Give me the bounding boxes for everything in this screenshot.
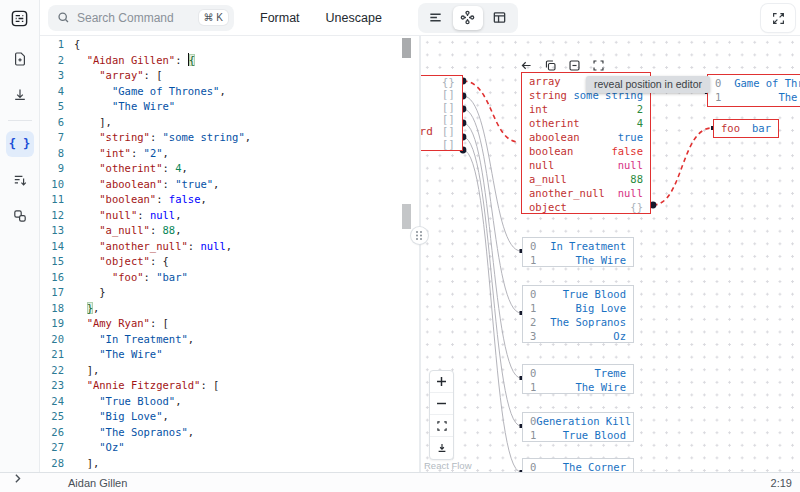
json-editor-tab[interactable]: { } (6, 131, 34, 157)
node-key: boolean (529, 144, 573, 158)
sidebar-collapse-button[interactable] (11, 470, 27, 486)
panel-divider[interactable] (419, 36, 421, 472)
code-line[interactable]: 10 "aboolean": "true", (40, 177, 419, 193)
line-number: 12 (40, 208, 74, 224)
code-editor[interactable]: 1{2 "Aidan Gillen": {3 "array": [4 "Game… (40, 36, 419, 472)
code-line[interactable]: 23 "Annie Fitzgerald": [ (40, 378, 419, 394)
code-line[interactable]: 26 "The Sopranos", (40, 425, 419, 441)
graph-node-root[interactable]: Aidan Gillen{}Amy Ryan[]Annie Fitzgerald… (421, 75, 463, 151)
node-row[interactable]: 0Generation Kill (523, 414, 633, 428)
node-row[interactable]: 0The Corner (523, 460, 633, 472)
graph-node-aidan[interactable]: array[]stringsome stringint2otherint4abo… (521, 72, 651, 214)
graph-node-arr[interactable]: 0Game of Thrones1The Wire (707, 74, 800, 107)
download-icon (12, 87, 28, 103)
node-value: In Treatment (550, 239, 626, 253)
node-row[interactable]: a_null88 (522, 172, 650, 186)
node-key: 3 (530, 329, 536, 343)
code-line[interactable]: 1{ (40, 37, 419, 53)
node-row[interactable]: Alice Farmer[] (421, 139, 462, 151)
unescape-button[interactable]: Unescape (326, 11, 382, 25)
graph-node-obj[interactable]: foobar (713, 119, 779, 138)
fit-view-icon (436, 420, 448, 432)
graph-node-amy[interactable]: 0In Treatment1The Wire (522, 237, 634, 267)
graph-node-anwan[interactable]: 0Treme1The Wire (522, 364, 634, 394)
search-input[interactable]: Search Command ⌘ K (48, 5, 234, 31)
focus-icon (592, 59, 605, 72)
code-line[interactable]: 20 "In Treatment", (40, 332, 419, 348)
node-row[interactable]: object{} (522, 200, 650, 214)
graph-node-alex[interactable]: 0Generation Kill1True Blood (522, 412, 634, 442)
code-line[interactable]: 4 "Game of Thrones", (40, 84, 419, 100)
code-line[interactable]: 28 ], (40, 456, 419, 472)
node-key: 0 (530, 366, 536, 380)
code-line[interactable]: 2 "Aidan Gillen": { (40, 53, 419, 69)
graph-view-button[interactable] (453, 6, 483, 30)
format-button[interactable]: Format (260, 11, 300, 25)
code-line[interactable]: 9 "otherint": 4, (40, 161, 419, 177)
code-line[interactable]: 5 "The Wire" (40, 99, 419, 115)
focus-node-button[interactable] (591, 58, 606, 73)
node-row[interactable]: 1True Blood (523, 428, 633, 442)
panel-resize-handle[interactable] (411, 227, 428, 244)
code-line[interactable]: 16 "foo": "bar" (40, 270, 419, 286)
node-row[interactable]: abooleantrue (522, 130, 650, 144)
code-line[interactable]: 19 "Amy Ryan": [ (40, 316, 419, 332)
graph-canvas[interactable]: Aidan Gillen{}Amy Ryan[]Annie Fitzgerald… (421, 36, 800, 472)
node-row[interactable]: foobar (714, 121, 778, 135)
copy-button[interactable] (543, 58, 558, 73)
code-line[interactable]: 6 ], (40, 115, 419, 131)
node-row[interactable]: 0In Treatment (523, 239, 633, 253)
editor-scrollbar[interactable] (401, 36, 412, 472)
node-row[interactable]: nullnull (522, 158, 650, 172)
zoom-in-button[interactable] (430, 371, 453, 393)
node-row[interactable]: 0Game of Thrones (708, 76, 800, 90)
node-row[interactable]: 1Big Love (523, 301, 633, 315)
code-line[interactable]: 27 "Oz" (40, 440, 419, 456)
code-line[interactable]: 7 "string": "some string", (40, 130, 419, 146)
table-view-button[interactable] (485, 6, 515, 30)
code-line[interactable]: 14 "another_null": null, (40, 239, 419, 255)
node-row[interactable]: 1The Wire (523, 253, 633, 267)
sort-button[interactable] (6, 167, 34, 193)
back-button[interactable] (519, 58, 534, 73)
zoom-out-button[interactable] (430, 393, 453, 415)
code-line[interactable]: 3 "array": [ (40, 68, 419, 84)
collapse-node-button[interactable] (567, 58, 582, 73)
node-row[interactable]: booleanfalse (522, 144, 650, 158)
code-line[interactable]: 11 "boolean": false, (40, 192, 419, 208)
node-row[interactable]: 2The Sopranos (523, 315, 633, 329)
fullscreen-button[interactable] (761, 4, 795, 32)
edge-selected (463, 81, 519, 142)
node-row[interactable]: 1The Wire (523, 380, 633, 394)
zoom-controls (429, 370, 454, 460)
graph-node-alice[interactable]: 0The Corner1The Wire (522, 458, 634, 472)
code-line[interactable]: 8 "int": "2", (40, 146, 419, 162)
code-line[interactable]: 13 "a_null": 88, (40, 223, 419, 239)
save-image-button[interactable] (430, 437, 453, 459)
node-row[interactable]: Amy Ryan[] (421, 89, 462, 101)
node-row[interactable]: 3Oz (523, 329, 633, 343)
node-row[interactable]: int2 (522, 102, 650, 116)
code-line[interactable]: 22 ], (40, 363, 419, 379)
code-line[interactable]: 12 "null": null, (40, 208, 419, 224)
node-row[interactable]: Alexander Skarsgard[] (421, 126, 462, 138)
download-button[interactable] (6, 82, 34, 108)
code-line[interactable]: 15 "object": { (40, 254, 419, 270)
code-line[interactable]: 25 "Big Love", (40, 409, 419, 425)
node-row[interactable]: another_nullnull (522, 186, 650, 200)
node-row[interactable]: 0True Blood (523, 287, 633, 301)
transform-button[interactable] (6, 203, 34, 229)
code-line[interactable]: 17 } (40, 285, 419, 301)
new-document-button[interactable] (6, 46, 34, 72)
code-line[interactable]: 24 "True Blood", (40, 394, 419, 410)
code-line[interactable]: 18 }, (40, 301, 419, 317)
node-row[interactable]: 0Treme (523, 366, 633, 380)
code-line[interactable]: 21 "The Wire" (40, 347, 419, 363)
list-view-button[interactable] (421, 6, 451, 30)
graph-node-annie[interactable]: 0True Blood1Big Love2The Sopranos3Oz (522, 285, 634, 343)
node-row[interactable]: 1The Wire (708, 90, 800, 104)
editor-scrollbar-thumb[interactable] (402, 38, 411, 58)
app-logo[interactable] (0, 0, 40, 36)
node-row[interactable]: otherint4 (522, 116, 650, 130)
fit-view-button[interactable] (430, 415, 453, 437)
